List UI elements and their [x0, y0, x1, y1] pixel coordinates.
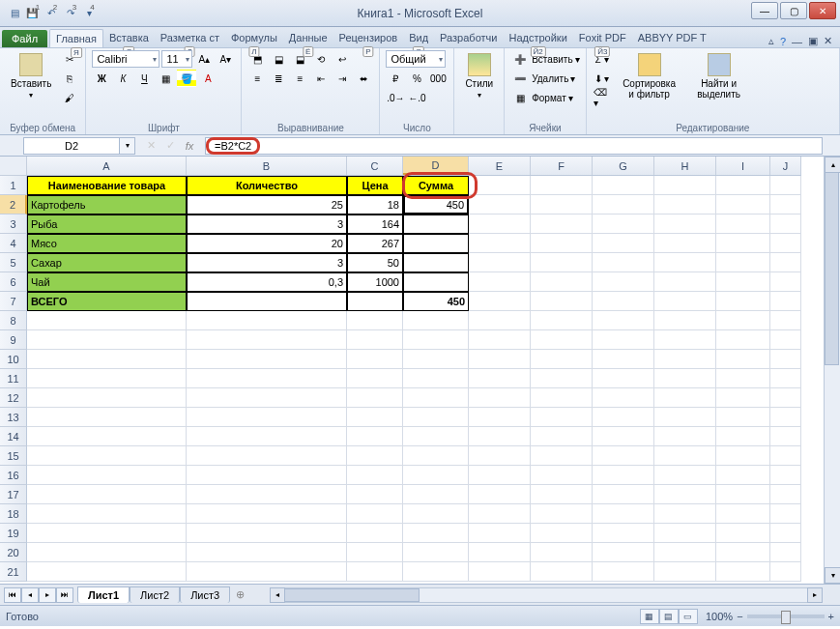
cell-D13[interactable]	[403, 408, 469, 427]
inc-decimal-icon[interactable]: .0→	[386, 89, 405, 106]
zoom-slider[interactable]	[747, 615, 825, 618]
cell-F16[interactable]	[531, 466, 593, 485]
cell-F7[interactable]	[531, 292, 593, 311]
cell-D6[interactable]	[403, 272, 469, 292]
select-all-corner[interactable]	[0, 157, 27, 176]
file-tab[interactable]: Файл	[2, 30, 47, 47]
sheet-tab-Лист3[interactable]: Лист3	[180, 586, 230, 603]
row-header-13[interactable]: 13	[0, 408, 27, 427]
cell-C15[interactable]	[347, 446, 403, 466]
row-header-20[interactable]: 20	[0, 543, 27, 562]
row-header-16[interactable]: 16	[0, 466, 27, 485]
cell-H20[interactable]	[654, 543, 716, 562]
cell-C16[interactable]	[347, 466, 403, 485]
cell-J10[interactable]	[770, 350, 801, 369]
number-format-combo[interactable]: Общий	[386, 50, 446, 68]
cell-B1[interactable]: Количество	[187, 176, 347, 195]
zoom-out-button[interactable]: −	[737, 611, 742, 622]
cell-F10[interactable]	[531, 350, 593, 369]
cell-H15[interactable]	[654, 446, 716, 466]
col-header-G[interactable]: G	[593, 157, 654, 175]
cell-A10[interactable]	[27, 350, 187, 369]
cell-G10[interactable]	[593, 350, 654, 369]
cell-I8[interactable]	[716, 311, 770, 330]
sheet-nav-first[interactable]: ⏮	[4, 587, 21, 603]
tab-формулы[interactable]: ФормулыЛ	[225, 29, 283, 47]
qat-undo-icon[interactable]: ↶2	[44, 5, 62, 22]
cell-F20[interactable]	[531, 543, 593, 562]
italic-button[interactable]: К	[113, 70, 132, 87]
cell-H12[interactable]	[654, 388, 716, 408]
col-header-F[interactable]: F	[531, 157, 593, 175]
cell-I9[interactable]	[716, 330, 770, 350]
cell-J2[interactable]	[770, 195, 801, 214]
row-header-6[interactable]: 6	[0, 272, 27, 292]
cell-B18[interactable]	[187, 504, 347, 524]
cell-I7[interactable]	[716, 292, 770, 311]
view-normal-icon[interactable]: ▦	[640, 609, 659, 624]
name-box[interactable]: D2	[23, 137, 120, 155]
tab-foxit pdf[interactable]: Foxit PDFЙ3	[573, 29, 632, 47]
cell-J8[interactable]	[770, 311, 801, 330]
cell-J19[interactable]	[770, 524, 801, 543]
cell-A20[interactable]	[27, 543, 187, 562]
cell-G12[interactable]	[593, 388, 654, 408]
cell-D10[interactable]	[403, 350, 469, 369]
cell-J9[interactable]	[770, 330, 801, 350]
tab-вид[interactable]: ВидО	[403, 29, 434, 47]
cell-J18[interactable]	[770, 504, 801, 524]
cell-A4[interactable]: Мясо	[27, 234, 187, 253]
excel-icon[interactable]: ▤	[6, 5, 23, 22]
cell-B17[interactable]	[187, 485, 347, 504]
cell-H14[interactable]	[654, 427, 716, 446]
cell-I4[interactable]	[716, 234, 770, 253]
cell-E14[interactable]	[469, 427, 531, 446]
cell-I5[interactable]	[716, 253, 770, 272]
cell-E5[interactable]	[469, 253, 531, 272]
cell-F12[interactable]	[531, 388, 593, 408]
cell-J15[interactable]	[770, 446, 801, 466]
cell-G8[interactable]	[593, 311, 654, 330]
cell-G1[interactable]	[593, 176, 654, 195]
cell-F13[interactable]	[531, 408, 593, 427]
cell-E12[interactable]	[469, 388, 531, 408]
cell-F14[interactable]	[531, 427, 593, 446]
border-button[interactable]: ▦	[156, 70, 175, 87]
cell-G2[interactable]	[593, 195, 654, 214]
tab-рецензиров[interactable]: РецензировР	[333, 29, 404, 47]
cell-A21[interactable]	[27, 562, 187, 582]
cell-J1[interactable]	[770, 176, 801, 195]
cell-I3[interactable]	[716, 214, 770, 234]
indent-inc-icon[interactable]: ⇥	[333, 70, 352, 87]
cell-G13[interactable]	[593, 408, 654, 427]
cell-D20[interactable]	[403, 543, 469, 562]
cell-C14[interactable]	[347, 427, 403, 446]
cell-A15[interactable]	[27, 446, 187, 466]
cell-I19[interactable]	[716, 524, 770, 543]
cell-C13[interactable]	[347, 408, 403, 427]
cell-C10[interactable]	[347, 350, 403, 369]
cell-I1[interactable]	[716, 176, 770, 195]
comma-icon[interactable]: 000	[428, 70, 448, 87]
cell-F8[interactable]	[531, 311, 593, 330]
font-grow-icon[interactable]: A▴	[194, 50, 214, 68]
cell-F17[interactable]	[531, 485, 593, 504]
enter-formula-icon[interactable]: ✓	[162, 138, 178, 154]
cell-J11[interactable]	[770, 369, 801, 388]
cell-J4[interactable]	[770, 234, 801, 253]
cell-I20[interactable]	[716, 543, 770, 562]
cell-B4[interactable]: 20	[187, 234, 347, 253]
cell-A1[interactable]: Наименование товара	[27, 176, 187, 195]
col-header-J[interactable]: J	[770, 157, 801, 175]
cell-G16[interactable]	[593, 466, 654, 485]
cell-B8[interactable]	[187, 311, 347, 330]
cell-J3[interactable]	[770, 214, 801, 234]
workbook-minimize-icon[interactable]: —	[792, 36, 802, 47]
cell-H4[interactable]	[654, 234, 716, 253]
tab-вставка[interactable]: ВставкаС	[103, 29, 155, 47]
cell-A18[interactable]	[27, 504, 187, 524]
align-right-icon[interactable]: ≡	[290, 70, 309, 87]
sheet-tab-Лист2[interactable]: Лист2	[130, 586, 180, 603]
cell-G5[interactable]	[593, 253, 654, 272]
cell-B7[interactable]	[187, 292, 347, 311]
